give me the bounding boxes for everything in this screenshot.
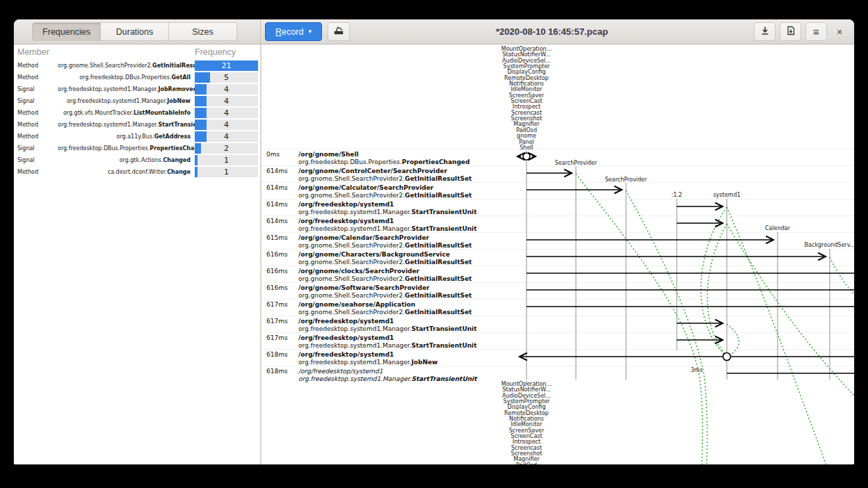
frequency-value: 4 bbox=[195, 120, 258, 130]
headerbar-actions: ≡ × bbox=[754, 22, 848, 41]
member-name: org.gnome.Shell.SearchProvider2.GetIniti… bbox=[58, 63, 195, 69]
column-header-frequency[interactable]: Frequency bbox=[195, 47, 258, 57]
member-name: org.a11y.Bus.GetAddress bbox=[58, 133, 195, 140]
column-header-member[interactable]: Member bbox=[17, 47, 195, 57]
close-button[interactable]: × bbox=[831, 24, 848, 40]
lifeline-label: systemd1 bbox=[713, 192, 740, 198]
lifeline-label: SearchProvider bbox=[605, 177, 647, 183]
member-kind: Method bbox=[14, 169, 58, 175]
member-kind: Signal bbox=[14, 98, 58, 104]
table-row[interactable]: Signalorg.freedesktop.systemd1.Manager.J… bbox=[14, 95, 260, 107]
frequency-value: 4 bbox=[195, 84, 258, 95]
table-header: Member Frequency bbox=[14, 44, 260, 60]
lifeline-label: SearchProvider bbox=[555, 160, 597, 166]
table-row[interactable]: Methodca.desrt.dconf.Writer.Change1 bbox=[14, 166, 260, 178]
frequency-value: 4 bbox=[195, 96, 258, 106]
member-name: org.freedesktop.systemd1.Manager.JobNew bbox=[58, 98, 195, 104]
table-row[interactable]: Methodorg.gnome.Shell.SearchProvider2.Ge… bbox=[14, 60, 260, 72]
frequency-bar: 4 bbox=[195, 96, 258, 106]
member-name: ca.desrt.dconf.Writer.Change bbox=[58, 169, 195, 175]
headerbar-left-section: Frequencies Durations Sizes bbox=[14, 19, 261, 44]
frequency-bar: 2 bbox=[195, 143, 258, 154]
sequence-diagram-canvas bbox=[262, 44, 854, 464]
table-row[interactable]: Methodorg.freedesktop.systemd1.Manager.S… bbox=[14, 119, 260, 131]
table-row[interactable]: Signalorg.freedesktop.DBus.Properties.Pr… bbox=[14, 143, 260, 154]
member-kind: Method bbox=[14, 110, 58, 116]
service-name-stack-top: MountOperation...StatusNotifierW...Audio… bbox=[501, 47, 552, 151]
close-icon: × bbox=[837, 26, 842, 38]
member-name: org.freedesktop.systemd1.Manager.StartTr… bbox=[58, 122, 195, 128]
frequency-bar: 4 bbox=[195, 84, 258, 95]
lifeline-label: BackgroundServ... bbox=[805, 242, 854, 248]
table-row[interactable]: Methodorg.a11y.Bus.GetAddress4 bbox=[14, 131, 260, 143]
menu-button[interactable]: ≡ bbox=[805, 22, 827, 41]
member-kind: Method bbox=[14, 133, 58, 140]
main-content: Member Frequency Methodorg.gnome.Shell.S… bbox=[14, 44, 854, 464]
frequency-value: 5 bbox=[195, 72, 258, 83]
frequency-bar: 4 bbox=[195, 108, 258, 118]
message-arrows bbox=[517, 156, 854, 373]
frequency-bar: 1 bbox=[195, 167, 258, 177]
member-name: org.freedesktop.DBus.Properties.Properti… bbox=[58, 145, 195, 152]
frequency-table-body: Methodorg.gnome.Shell.SearchProvider2.Ge… bbox=[14, 60, 260, 178]
document-arrow-icon bbox=[786, 26, 796, 38]
frequency-bar: 1 bbox=[195, 155, 258, 165]
member-name: org.gtk.vfs.MountTracker.ListMountableIn… bbox=[58, 110, 195, 116]
chevron-down-icon: ▾ bbox=[308, 29, 312, 35]
download-icon bbox=[760, 26, 770, 38]
table-row[interactable]: Methodorg.freedesktop.DBus.Properties.Ge… bbox=[14, 72, 260, 83]
table-row[interactable]: Methodorg.gtk.vfs.MountTracker.ListMount… bbox=[14, 107, 260, 119]
service-name: Shell bbox=[501, 145, 552, 151]
frequency-value: 21 bbox=[195, 60, 258, 71]
lifelines bbox=[527, 150, 830, 384]
member-kind: Method bbox=[14, 63, 58, 69]
member-name: org.freedesktop.systemd1.Manager.JobRemo… bbox=[58, 86, 195, 92]
frequency-value: 1 bbox=[195, 167, 258, 177]
frequency-bar: 4 bbox=[195, 131, 258, 142]
member-name: org.gtk.Actions.Changed bbox=[58, 157, 195, 163]
headerbar-right-section: Record ▾ *2020-08-10 16:45:57.pcap bbox=[261, 19, 854, 44]
tab-frequencies[interactable]: Frequencies bbox=[32, 22, 101, 41]
member-kind: Method bbox=[14, 122, 58, 128]
view-switcher: Frequencies Durations Sizes bbox=[32, 22, 237, 41]
headerbar: Frequencies Durations Sizes Record ▾ *20… bbox=[14, 19, 854, 44]
frequency-value: 4 bbox=[195, 108, 258, 118]
table-row[interactable]: Signalorg.gtk.Actions.Changed1 bbox=[14, 154, 260, 166]
tab-sizes[interactable]: Sizes bbox=[169, 22, 237, 41]
frequency-value: 2 bbox=[195, 143, 258, 154]
member-kind: Signal bbox=[14, 86, 58, 92]
frequency-value: 1 bbox=[195, 155, 258, 165]
duration-label: 3ms bbox=[691, 367, 702, 373]
bustle-window: Frequencies Durations Sizes Record ▾ *20… bbox=[14, 19, 854, 464]
return-marker bbox=[723, 353, 731, 361]
frequencies-panel: Member Frequency Methodorg.gnome.Shell.S… bbox=[14, 44, 260, 464]
sequence-diagram-panel[interactable]: 0ms/org/gnome/Shellorg.freedesktop.DBus.… bbox=[262, 44, 854, 464]
lifeline-label: :1.2 bbox=[671, 192, 682, 198]
call-return-connectors bbox=[576, 174, 854, 464]
save-as-button[interactable] bbox=[780, 22, 801, 41]
member-kind: Signal bbox=[14, 145, 58, 152]
window-title: *2020-08-10 16:45:57.pcap bbox=[350, 26, 754, 37]
open-button[interactable] bbox=[328, 22, 350, 41]
lifeline-label: Calendar bbox=[765, 225, 790, 231]
member-name: org.freedesktop.DBus.Properties.GetAll bbox=[58, 74, 195, 81]
save-button[interactable] bbox=[754, 22, 775, 41]
frequency-bar: 4 bbox=[195, 120, 258, 130]
service-name: PadOsd bbox=[501, 463, 552, 464]
hamburger-menu-icon: ≡ bbox=[813, 26, 819, 38]
tab-durations[interactable]: Durations bbox=[101, 22, 169, 41]
table-row[interactable]: Signalorg.freedesktop.systemd1.Manager.J… bbox=[14, 83, 260, 95]
member-kind: Signal bbox=[14, 157, 58, 163]
frequency-bar: 21 bbox=[195, 60, 258, 71]
record-button-label: Record bbox=[275, 27, 303, 37]
record-button[interactable]: Record ▾ bbox=[265, 22, 322, 41]
service-name-stack-bottom: MountOperation...StatusNotifierW...Audio… bbox=[501, 382, 552, 464]
member-kind: Method bbox=[14, 74, 58, 81]
signal-emission-marker bbox=[523, 153, 530, 160]
frequency-value: 4 bbox=[195, 131, 258, 142]
open-icon bbox=[333, 25, 344, 39]
frequency-bar: 5 bbox=[195, 72, 258, 83]
